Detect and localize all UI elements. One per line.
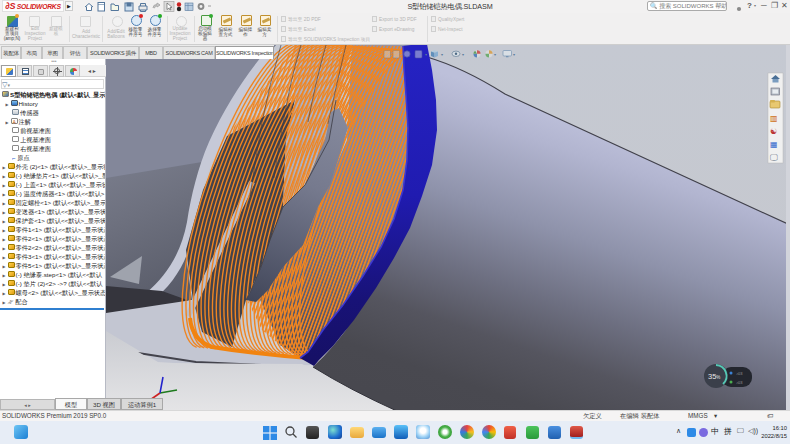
svg-text:▾: ▾ (441, 52, 443, 57)
svg-text:▦: ▦ (770, 140, 778, 149)
svg-text:▾: ▾ (513, 52, 515, 57)
svg-text:♪03: ♪03 (736, 371, 743, 376)
svg-text:☯: ☯ (770, 127, 777, 136)
svg-text:▥: ▥ (770, 114, 778, 123)
svg-text:▾: ▾ (494, 52, 496, 57)
svg-text:🖵: 🖵 (770, 153, 778, 162)
svg-text:▾: ▾ (462, 52, 464, 57)
svg-text:▾: ▾ (425, 52, 427, 57)
svg-text:♪03: ♪03 (736, 380, 743, 385)
